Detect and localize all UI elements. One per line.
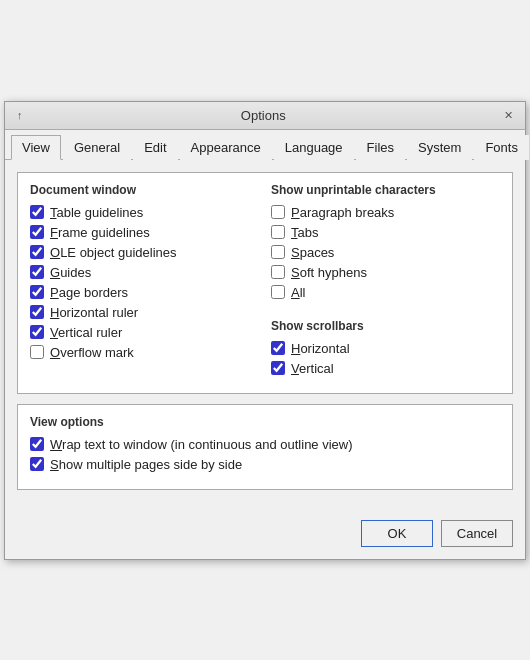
titlebar: ↑ Options ✕ (5, 102, 525, 130)
overflow-mark-checkbox[interactable] (30, 345, 44, 359)
checkbox-frame-guidelines: Frame guidelines (30, 225, 259, 240)
checkbox-scrollbar-vertical: Vertical (271, 361, 500, 376)
scrollbar-horizontal-label[interactable]: Horizontal (291, 341, 350, 356)
checkbox-all: All (271, 285, 500, 300)
soft-hyphens-checkbox[interactable] (271, 265, 285, 279)
two-column-layout: Document window Table guidelines Frame g… (30, 183, 500, 381)
titlebar-close-button[interactable]: ✕ (502, 109, 515, 122)
document-window-col: Document window Table guidelines Frame g… (30, 183, 259, 381)
all-label[interactable]: All (291, 285, 305, 300)
options-dialog: ↑ Options ✕ View General Edit Appearance… (4, 101, 526, 560)
checkbox-overflow-mark: Overflow mark (30, 345, 259, 360)
checkbox-horizontal-ruler: Horizontal ruler (30, 305, 259, 320)
tab-bar: View General Edit Appearance Language Fi… (5, 130, 525, 160)
ole-guidelines-label[interactable]: OLE object guidelines (50, 245, 176, 260)
tab-fonts[interactable]: Fonts (474, 135, 529, 160)
scrollbar-vertical-label[interactable]: Vertical (291, 361, 334, 376)
show-scrollbars-title: Show scrollbars (271, 319, 500, 333)
tab-system[interactable]: System (407, 135, 472, 160)
checkbox-wrap-text: Wrap text to window (in continuous and o… (30, 437, 500, 452)
vertical-ruler-checkbox[interactable] (30, 325, 44, 339)
tab-content: Document window Table guidelines Frame g… (5, 160, 525, 512)
soft-hyphens-label[interactable]: Soft hyphens (291, 265, 367, 280)
paragraph-breaks-label[interactable]: Paragraph breaks (291, 205, 394, 220)
view-options-title: View options (30, 415, 500, 429)
vertical-ruler-label[interactable]: Vertical ruler (50, 325, 122, 340)
horizontal-ruler-checkbox[interactable] (30, 305, 44, 319)
guides-checkbox[interactable] (30, 265, 44, 279)
checkbox-soft-hyphens: Soft hyphens (271, 265, 500, 280)
frame-guidelines-checkbox[interactable] (30, 225, 44, 239)
spacer (271, 305, 500, 319)
show-unprintable-title: Show unprintable characters (271, 183, 500, 197)
overflow-mark-label[interactable]: Overflow mark (50, 345, 134, 360)
horizontal-ruler-label[interactable]: Horizontal ruler (50, 305, 138, 320)
tab-appearance[interactable]: Appearance (180, 135, 272, 160)
paragraph-breaks-checkbox[interactable] (271, 205, 285, 219)
scrollbar-vertical-checkbox[interactable] (271, 361, 285, 375)
frame-guidelines-label[interactable]: Frame guidelines (50, 225, 150, 240)
show-scrollbars-section: Show scrollbars Horizontal Vertical (271, 319, 500, 376)
tab-edit[interactable]: Edit (133, 135, 177, 160)
checkbox-ole-guidelines: OLE object guidelines (30, 245, 259, 260)
spaces-checkbox[interactable] (271, 245, 285, 259)
spaces-label[interactable]: Spaces (291, 245, 334, 260)
wrap-text-checkbox[interactable] (30, 437, 44, 451)
tab-language[interactable]: Language (274, 135, 354, 160)
multiple-pages-label[interactable]: Show multiple pages side by side (50, 457, 242, 472)
bottom-buttons: OK Cancel (5, 512, 525, 559)
checkbox-scrollbar-horizontal: Horizontal (271, 341, 500, 356)
checkbox-table-guidelines: Table guidelines (30, 205, 259, 220)
tabs-checkbox[interactable] (271, 225, 285, 239)
tab-files[interactable]: Files (356, 135, 405, 160)
view-options-section: View options Wrap text to window (in con… (17, 404, 513, 490)
tab-general[interactable]: General (63, 135, 131, 160)
table-guidelines-label[interactable]: Table guidelines (50, 205, 143, 220)
cancel-button[interactable]: Cancel (441, 520, 513, 547)
checkbox-multiple-pages: Show multiple pages side by side (30, 457, 500, 472)
checkbox-guides: Guides (30, 265, 259, 280)
show-unprintable-section: Show unprintable characters Paragraph br… (271, 183, 500, 300)
document-window-title: Document window (30, 183, 259, 197)
guides-label[interactable]: Guides (50, 265, 91, 280)
tabs-label[interactable]: Tabs (291, 225, 318, 240)
table-guidelines-checkbox[interactable] (30, 205, 44, 219)
ole-guidelines-checkbox[interactable] (30, 245, 44, 259)
scrollbar-horizontal-checkbox[interactable] (271, 341, 285, 355)
titlebar-left-controls: ↑ (15, 109, 25, 121)
tab-view[interactable]: View (11, 135, 61, 160)
all-checkbox[interactable] (271, 285, 285, 299)
checkbox-tabs: Tabs (271, 225, 500, 240)
ok-button[interactable]: OK (361, 520, 433, 547)
right-col: Show unprintable characters Paragraph br… (271, 183, 500, 381)
checkbox-spaces: Spaces (271, 245, 500, 260)
checkbox-page-borders: Page borders (30, 285, 259, 300)
page-borders-checkbox[interactable] (30, 285, 44, 299)
multiple-pages-checkbox[interactable] (30, 457, 44, 471)
checkbox-vertical-ruler: Vertical ruler (30, 325, 259, 340)
wrap-text-label[interactable]: Wrap text to window (in continuous and o… (50, 437, 353, 452)
page-borders-label[interactable]: Page borders (50, 285, 128, 300)
titlebar-up-button[interactable]: ↑ (15, 109, 25, 121)
dialog-title: Options (25, 108, 503, 123)
titlebar-right-controls: ✕ (502, 109, 515, 122)
top-section: Document window Table guidelines Frame g… (17, 172, 513, 394)
checkbox-paragraph-breaks: Paragraph breaks (271, 205, 500, 220)
